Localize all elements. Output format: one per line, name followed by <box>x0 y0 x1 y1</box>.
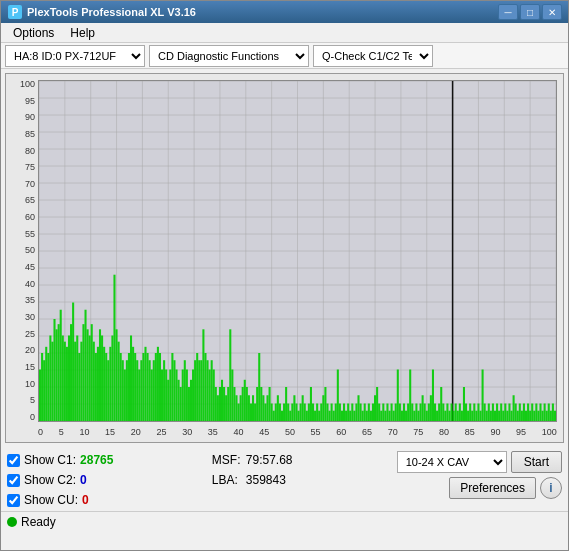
svg-rect-82 <box>116 329 118 421</box>
title-bar: P PlexTools Professional XL V3.16 ─ □ ✕ <box>1 1 568 23</box>
svg-rect-279 <box>523 403 525 421</box>
function-select[interactable]: CD Diagnostic Functions <box>149 45 309 67</box>
speed-select[interactable]: 10-24 X CAV4 X CLV8 X CLV16 X CLV24 X CL… <box>397 451 507 473</box>
svg-rect-227 <box>415 403 417 421</box>
svg-rect-167 <box>291 403 293 421</box>
svg-rect-250 <box>463 387 465 421</box>
svg-rect-166 <box>289 411 291 421</box>
lba-row: LBA: 359843 <box>212 471 397 489</box>
start-button[interactable]: Start <box>511 451 562 473</box>
svg-rect-85 <box>122 360 124 421</box>
svg-rect-104 <box>161 369 163 421</box>
svg-rect-224 <box>409 369 411 421</box>
svg-rect-124 <box>202 329 204 421</box>
svg-rect-137 <box>229 329 231 421</box>
drive-select[interactable]: HA:8 ID:0 PX-712UF <box>5 45 145 67</box>
y-label-60: 60 <box>25 213 35 222</box>
svg-rect-76 <box>103 347 105 421</box>
svg-rect-90 <box>132 347 134 421</box>
info-button[interactable]: i <box>540 477 562 499</box>
preferences-button[interactable]: Preferences <box>449 477 536 499</box>
svg-rect-126 <box>207 360 209 421</box>
svg-rect-68 <box>87 329 89 421</box>
svg-rect-256 <box>475 411 477 421</box>
svg-rect-151 <box>258 353 260 421</box>
left-stats: Show C1: 28765 Show C2: 0 Show CU: 0 <box>7 451 192 509</box>
svg-rect-61 <box>72 303 74 421</box>
svg-rect-161 <box>279 403 281 421</box>
svg-rect-269 <box>502 411 504 421</box>
svg-rect-45 <box>39 369 41 421</box>
svg-rect-74 <box>99 329 101 421</box>
svg-rect-132 <box>219 387 221 421</box>
svg-rect-179 <box>316 403 318 421</box>
menu-help[interactable]: Help <box>62 24 103 42</box>
y-label-55: 55 <box>25 230 35 239</box>
svg-rect-199 <box>357 395 359 421</box>
svg-rect-170 <box>298 411 300 421</box>
svg-rect-213 <box>386 403 388 421</box>
svg-rect-294 <box>554 411 556 421</box>
svg-rect-284 <box>533 411 535 421</box>
svg-rect-237 <box>436 411 438 421</box>
cu-checkbox[interactable] <box>7 494 20 507</box>
svg-rect-67 <box>84 310 86 421</box>
svg-rect-263 <box>490 411 492 421</box>
svg-rect-230 <box>422 395 424 421</box>
y-label-85: 85 <box>25 130 35 139</box>
svg-rect-138 <box>231 369 233 421</box>
svg-rect-89 <box>130 335 132 421</box>
svg-rect-186 <box>331 403 333 421</box>
svg-rect-180 <box>318 411 320 421</box>
window-controls: ─ □ ✕ <box>498 4 562 20</box>
svg-rect-49 <box>47 353 49 421</box>
svg-rect-193 <box>345 411 347 421</box>
svg-rect-121 <box>196 353 198 421</box>
svg-rect-162 <box>281 411 283 421</box>
svg-rect-222 <box>405 411 407 421</box>
svg-rect-185 <box>329 411 331 421</box>
minimize-button[interactable]: ─ <box>498 4 518 20</box>
svg-rect-118 <box>190 380 192 421</box>
test-select[interactable]: Q-Check C1/C2 Test <box>313 45 433 67</box>
svg-rect-75 <box>101 335 103 421</box>
svg-rect-178 <box>314 411 316 421</box>
svg-rect-71 <box>93 342 95 421</box>
svg-rect-285 <box>535 403 537 421</box>
svg-rect-158 <box>273 411 275 421</box>
svg-rect-244 <box>451 403 453 421</box>
cu-value: 0 <box>82 493 132 507</box>
cu-row: Show CU: 0 <box>7 491 192 509</box>
svg-rect-249 <box>461 411 463 421</box>
svg-rect-62 <box>74 342 76 421</box>
svg-rect-84 <box>120 353 122 421</box>
svg-rect-209 <box>378 403 380 421</box>
svg-rect-154 <box>264 403 266 421</box>
menu-options[interactable]: Options <box>5 24 62 42</box>
svg-rect-87 <box>126 360 128 421</box>
svg-rect-73 <box>97 347 99 421</box>
svg-rect-191 <box>341 411 343 421</box>
svg-rect-212 <box>384 411 386 421</box>
close-button[interactable]: ✕ <box>542 4 562 20</box>
chart-container: 100 95 90 85 80 75 70 65 60 55 50 45 40 … <box>5 73 564 443</box>
c1-checkbox[interactable] <box>7 454 20 467</box>
maximize-button[interactable]: □ <box>520 4 540 20</box>
svg-rect-242 <box>446 403 448 421</box>
svg-rect-94 <box>140 360 142 421</box>
svg-rect-220 <box>401 411 403 421</box>
svg-rect-280 <box>525 411 527 421</box>
svg-rect-218 <box>397 369 399 421</box>
menu-bar: Options Help <box>1 23 568 43</box>
svg-rect-245 <box>453 411 455 421</box>
svg-rect-169 <box>295 403 297 421</box>
y-label-5: 5 <box>30 396 35 405</box>
svg-rect-146 <box>248 395 250 421</box>
y-label-25: 25 <box>25 330 35 339</box>
c2-checkbox[interactable] <box>7 474 20 487</box>
y-label-100: 100 <box>20 80 35 89</box>
svg-rect-258 <box>479 411 481 421</box>
svg-rect-290 <box>546 411 548 421</box>
svg-rect-214 <box>388 411 390 421</box>
svg-rect-225 <box>411 403 413 421</box>
